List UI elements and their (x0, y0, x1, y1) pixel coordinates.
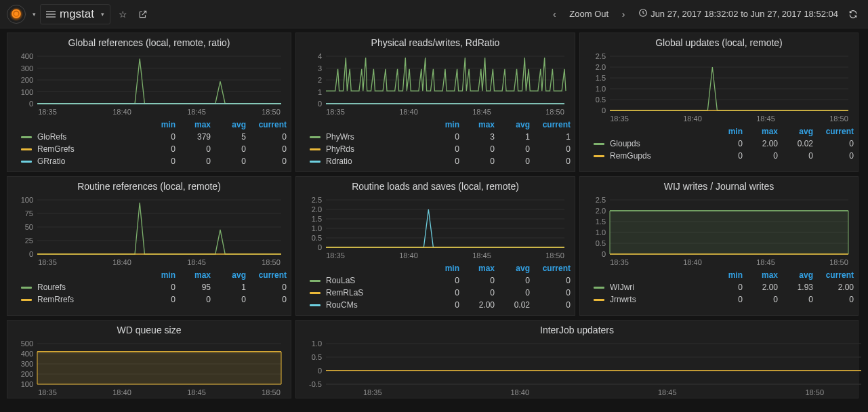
panel-title: Routine references (local, remote) (7, 177, 291, 193)
legend-row[interactable]: PhyWrs 0311 (310, 131, 571, 143)
chart-area[interactable]: 00.51.01.52.02.518:3518:4018:4518:50 (296, 193, 575, 261)
legend-row[interactable]: RemGupds 0000 (594, 150, 854, 162)
legend-row[interactable]: RemRrefs 0000 (21, 293, 287, 306)
panel-wd-queue[interactable]: WD queue size 10020030040050018:3518:401… (7, 320, 291, 398)
panel-interjob[interactable]: InterJob updaters -0.500.51.018:3518:401… (295, 320, 859, 398)
chart-area[interactable]: 025507510018:3518:4018:4518:50 (7, 193, 291, 268)
legend-row[interactable]: WIJwri 02.001.932.00 (594, 281, 854, 293)
grafana-logo[interactable] (7, 5, 26, 24)
svg-text:18:45: 18:45 (187, 108, 206, 116)
legend-row[interactable]: RemRLaS 0000 (310, 287, 571, 299)
svg-text:18:35: 18:35 (38, 258, 57, 266)
svg-text:50: 50 (25, 223, 33, 231)
svg-text:18:40: 18:40 (112, 108, 131, 116)
chart-area[interactable]: -0.500.51.018:3518:4018:4518:50 (296, 337, 858, 398)
legend: minmaxavgcurrent RouLaS 0000 RemRLaS 000… (296, 261, 575, 315)
svg-text:1.5: 1.5 (596, 218, 606, 226)
refresh-icon[interactable] (845, 6, 861, 22)
svg-text:18:45: 18:45 (756, 115, 775, 123)
timerange-label: Jun 27, 2017 18:32:02 to Jun 27, 2017 18… (650, 9, 838, 19)
svg-text:18:50: 18:50 (262, 108, 281, 116)
panel-title: Routine loads and saves (local, remote) (296, 177, 575, 193)
svg-text:18:35: 18:35 (363, 388, 382, 396)
panel-title: WIJ writes / Journal writes (580, 177, 858, 193)
svg-text:2.5: 2.5 (596, 196, 606, 204)
svg-text:18:45: 18:45 (472, 108, 491, 116)
svg-text:1.0: 1.0 (596, 85, 606, 93)
top-navbar: ▾ mgstat ▾ ☆ ‹ Zoom Out › Jun 27, 2017 1… (0, 0, 868, 28)
svg-text:2.0: 2.0 (596, 207, 606, 215)
svg-text:4: 4 (318, 52, 322, 60)
legend-row[interactable]: GRratio 0000 (21, 155, 287, 167)
svg-text:1.0: 1.0 (312, 339, 322, 348)
svg-text:18:35: 18:35 (326, 108, 345, 116)
panel-global-refs[interactable]: Global references (local, remote, ratio)… (7, 33, 291, 172)
svg-text:18:50: 18:50 (829, 258, 848, 266)
svg-text:75: 75 (25, 209, 33, 218)
share-icon[interactable] (135, 6, 151, 22)
panel-wij-jrn[interactable]: WIJ writes / Journal writes 00.51.01.52.… (579, 176, 859, 316)
zoom-out-button[interactable]: Zoom Out (566, 9, 611, 19)
star-icon[interactable]: ☆ (115, 6, 131, 22)
svg-text:1.5: 1.5 (596, 74, 606, 82)
svg-text:25: 25 (25, 236, 33, 245)
clock-icon (638, 8, 648, 20)
svg-text:18:45: 18:45 (756, 258, 775, 266)
svg-text:1.0: 1.0 (312, 224, 322, 232)
legend-row[interactable]: GloRefs 037950 (21, 131, 287, 143)
panel-routine-refs[interactable]: Routine references (local, remote) 02550… (7, 176, 291, 316)
svg-text:18:40: 18:40 (399, 108, 418, 116)
svg-text:100: 100 (21, 380, 33, 388)
legend-row[interactable]: RemGrefs 0000 (21, 143, 287, 155)
chart-area[interactable]: 010020030040018:3518:4018:4518:50 (7, 49, 291, 117)
chevron-down-icon: ▾ (101, 11, 104, 18)
svg-text:2: 2 (318, 76, 322, 84)
chart-area[interactable]: 10020030040050018:3518:4018:4518:50 (7, 337, 291, 398)
svg-text:18:45: 18:45 (658, 388, 677, 396)
panel-routine-loads[interactable]: Routine loads and saves (local, remote) … (295, 176, 575, 316)
dashboard-picker[interactable]: mgstat ▾ (40, 4, 110, 24)
chevron-right-icon[interactable]: › (615, 6, 632, 22)
svg-text:100: 100 (21, 196, 33, 204)
legend-row[interactable]: PhyRds 0000 (310, 143, 571, 155)
svg-text:18:40: 18:40 (399, 251, 418, 260)
svg-text:0: 0 (318, 243, 322, 251)
legend-row[interactable]: RouLaS 0000 (310, 274, 571, 287)
svg-text:0: 0 (318, 100, 322, 108)
svg-text:18:50: 18:50 (829, 115, 848, 123)
legend: minmaxavgcurrent WIJwri 02.001.932.00 Jr… (580, 268, 858, 310)
panel-phys-rw[interactable]: Physical reads/writes, RdRatio 0123418:3… (295, 33, 575, 172)
panel-title: InterJob updaters (296, 321, 858, 337)
dashboard-list-icon (46, 11, 56, 18)
panel-title: Global references (local, remote, ratio) (7, 33, 291, 49)
svg-text:200: 200 (21, 76, 33, 84)
chart-area[interactable]: 00.51.01.52.02.518:3518:4018:4518:50 (580, 193, 858, 268)
chart-area[interactable]: 0123418:3518:4018:4518:50 (296, 49, 575, 117)
svg-text:0: 0 (29, 100, 33, 108)
svg-text:2.5: 2.5 (596, 52, 606, 60)
legend-row[interactable]: Jrnwrts 0000 (594, 293, 854, 306)
svg-text:0.5: 0.5 (312, 234, 322, 242)
chevron-left-icon[interactable]: ‹ (546, 6, 562, 22)
panel-title: Physical reads/writes, RdRatio (296, 33, 575, 49)
svg-text:400: 400 (21, 350, 33, 358)
legend-row[interactable]: Gloupds 02.000.020 (594, 138, 854, 150)
chart-area[interactable]: 00.51.01.52.02.518:3518:4018:4518:50 (580, 49, 858, 124)
svg-text:1.0: 1.0 (596, 228, 606, 236)
legend-row[interactable]: Rdratio 0000 (310, 155, 571, 167)
svg-text:0: 0 (602, 106, 606, 115)
svg-text:18:45: 18:45 (187, 258, 206, 266)
legend-row[interactable]: RouCMs 02.000.020 (310, 299, 571, 311)
svg-text:18:40: 18:40 (683, 115, 702, 123)
chevron-down-icon: ▾ (33, 11, 36, 18)
legend: minmaxavgcurrent Rourefs 09510 RemRrefs … (7, 268, 291, 310)
dashboard-name: mgstat (60, 7, 94, 21)
timerange-picker[interactable]: Jun 27, 2017 18:32:02 to Jun 27, 2017 18… (636, 8, 841, 20)
svg-text:18:50: 18:50 (545, 251, 564, 260)
legend-row[interactable]: Rourefs 09510 (21, 281, 287, 293)
svg-text:2.5: 2.5 (312, 196, 322, 204)
svg-text:18:35: 18:35 (38, 108, 57, 116)
svg-text:18:40: 18:40 (112, 258, 131, 266)
panel-global-upd[interactable]: Global updates (local, remote) 00.51.01.… (579, 33, 859, 172)
svg-text:18:50: 18:50 (262, 388, 281, 396)
